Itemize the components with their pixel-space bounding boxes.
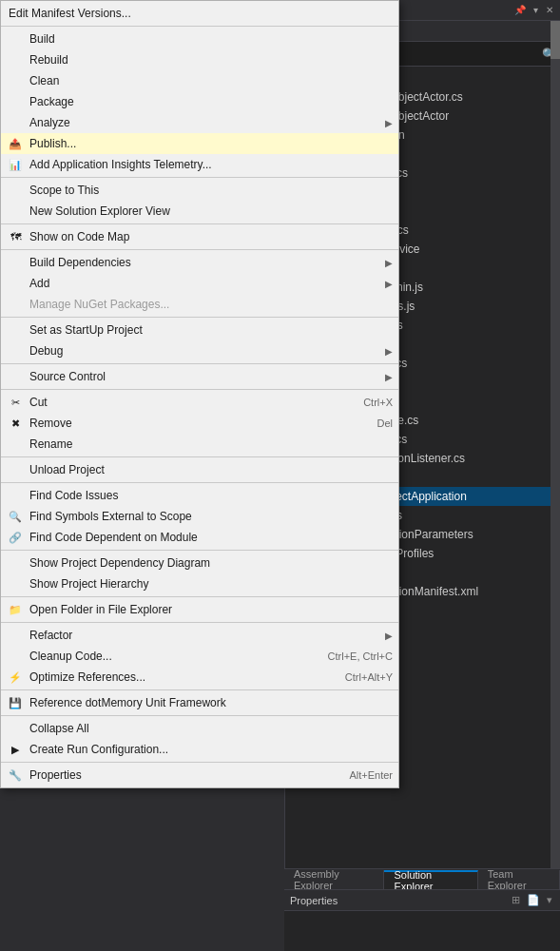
pin-icon[interactable]: 📌: [512, 4, 529, 16]
menu-sep-after-unload-project: [1, 482, 398, 483]
menu-item-edit-manifest[interactable]: Edit Manifest Versions...: [1, 3, 398, 24]
menu-label-open-folder: Open Folder in File Explorer: [29, 603, 172, 616]
submenu-arrow-debug: ▶: [376, 346, 393, 357]
menu-item-source-control[interactable]: Source Control▶: [1, 366, 398, 387]
menu-item-debug[interactable]: Debug▶: [1, 340, 398, 361]
find-dep-icon: 🔗: [7, 529, 24, 546]
menu-item-properties[interactable]: 🔧PropertiesAlt+Enter: [1, 765, 398, 786]
menu-item-cleanup-code[interactable]: Cleanup Code...Ctrl+E, Ctrl+C: [1, 646, 398, 667]
menu-item-collapse-all[interactable]: Collapse All: [1, 718, 398, 739]
folder-icon: 📁: [7, 601, 24, 618]
menu-item-clean[interactable]: Clean: [1, 70, 398, 91]
menu-sep-after-debug: [1, 363, 398, 364]
shortcut-properties: Alt+Enter: [320, 769, 393, 781]
menu-item-publish[interactable]: 📤Publish...: [1, 133, 398, 154]
menu-item-show-proj-dep-diagram[interactable]: Show Project Dependency Diagram: [1, 553, 398, 573]
menu-label-ref-dotmemory: Reference dotMemory Unit Framework: [29, 696, 226, 709]
menu-label-remove: Remove: [29, 417, 72, 430]
menu-item-cut[interactable]: ✂CutCtrl+X: [1, 392, 398, 413]
menu-item-optimize-refs[interactable]: ⚡Optimize References...Ctrl+Alt+Y: [1, 667, 398, 688]
menu-sep-after-create-run-config: [1, 762, 398, 763]
tab-assembly-explorer[interactable]: Assembly Explorer: [284, 870, 384, 889]
menu-label-build: Build: [29, 32, 55, 46]
menu-label-collapse-all: Collapse All: [29, 722, 89, 735]
sort-icon[interactable]: ⊞: [510, 893, 522, 907]
menu-item-ref-dotmemory[interactable]: 💾Reference dotMemory Unit Framework: [1, 692, 398, 713]
menu-label-refactor: Refactor: [29, 629, 72, 642]
menu-item-scope-to-this[interactable]: Scope to This: [1, 180, 398, 201]
close-icon[interactable]: ✕: [543, 4, 556, 16]
menu-item-rename[interactable]: Rename: [1, 434, 398, 455]
submenu-arrow-build-dependencies: ▶: [376, 258, 393, 268]
menu-sep-after-optimize-refs: [1, 689, 398, 690]
menu-label-cleanup-code: Cleanup Code...: [29, 650, 112, 663]
submenu-arrow-refactor: ▶: [376, 631, 393, 641]
menu-item-build[interactable]: Build: [1, 29, 398, 49]
menu-sep-after-show-proj-hierarchy: [1, 596, 398, 597]
menu-label-debug: Debug: [29, 344, 63, 358]
menu-separator-1: [1, 26, 398, 27]
page-icon[interactable]: 📄: [525, 893, 542, 907]
chevron-down-icon[interactable]: ▾: [531, 4, 541, 16]
submenu-arrow-add: ▶: [376, 279, 393, 289]
menu-item-find-code-issues[interactable]: Find Code Issues: [1, 485, 398, 506]
menu-item-add[interactable]: Add▶: [1, 273, 398, 294]
scrollbar-track[interactable]: [550, 21, 560, 868]
menu-item-refactor[interactable]: Refactor▶: [1, 625, 398, 646]
menu-label-show-code-map: Show on Code Map: [29, 230, 129, 243]
menu-item-show-code-map[interactable]: 🗺Show on Code Map: [1, 226, 398, 247]
tab-team-explorer[interactable]: Team Explorer: [478, 870, 560, 889]
menu-sep-after-add-insights: [1, 177, 398, 178]
menu-item-create-run-config[interactable]: ▶Create Run Configuration...: [1, 739, 398, 760]
shortcut-cut: Ctrl+X: [335, 397, 393, 408]
menu-label-build-dependencies: Build Dependencies: [29, 256, 131, 269]
shortcut-optimize-refs: Ctrl+Alt+Y: [317, 671, 393, 683]
menu-label-find-code-issues: Find Code Issues: [29, 489, 118, 502]
menu-item-remove[interactable]: ✖RemoveDel: [1, 413, 398, 434]
menu-sep-after-rename: [1, 456, 398, 457]
menu-item-open-folder[interactable]: 📁Open Folder in File Explorer: [1, 599, 398, 620]
menu-item-find-symbols[interactable]: 🔍Find Symbols External to Scope: [1, 506, 398, 527]
menu-item-add-insights[interactable]: 📊Add Application Insights Telemetry...: [1, 154, 398, 175]
menu-label-analyze: Analyze: [29, 116, 70, 129]
menu-label-add: Add: [29, 277, 49, 290]
menu-sep-after-show-code-map: [1, 249, 398, 250]
menu-item-new-solution-view[interactable]: New Solution Explorer View: [1, 201, 398, 222]
menu-label-manage-nuget: Manage NuGet Packages...: [29, 298, 169, 311]
menu-item-show-proj-hierarchy[interactable]: Show Project Hierarchy: [1, 573, 398, 594]
menu-label-scope-to-this: Scope to This: [29, 184, 99, 197]
menu-label-find-code-dependent: Find Code Dependent on Module: [29, 531, 198, 544]
properties-panel: Properties ⊞ 📄 ▾: [284, 889, 560, 951]
menu-label-add-insights: Add Application Insights Telemetry...: [29, 158, 212, 171]
menu-item-find-code-dependent[interactable]: 🔗Find Code Dependent on Module: [1, 527, 398, 548]
menu-label-publish: Publish...: [29, 137, 76, 150]
menu-label-show-proj-dep-diagram: Show Project Dependency Diagram: [29, 556, 210, 570]
menu-item-rebuild[interactable]: Rebuild: [1, 49, 398, 70]
menu-sep-after-ref-dotmemory: [1, 715, 398, 716]
filter-icon[interactable]: ▾: [545, 893, 554, 907]
properties-icon: 🔧: [7, 767, 24, 784]
menu-item-build-dependencies[interactable]: Build Dependencies▶: [1, 252, 398, 273]
submenu-arrow-source-control: ▶: [376, 372, 393, 382]
scrollbar-thumb[interactable]: [550, 21, 560, 59]
menu-item-unload-project[interactable]: Unload Project: [1, 459, 398, 480]
code-map-icon: 🗺: [7, 228, 24, 245]
insights-icon: 📊: [7, 156, 24, 173]
properties-header: Properties ⊞ 📄 ▾: [284, 890, 560, 911]
menu-label-properties: Properties: [29, 768, 82, 782]
menu-label-source-control: Source Control: [29, 370, 106, 383]
tab-solution-explorer[interactable]: Solution Explorer: [384, 870, 477, 889]
menu-item-set-startup[interactable]: Set as StartUp Project: [1, 320, 398, 340]
bottom-tabs: Assembly ExplorerSolution ExplorerTeam E…: [284, 868, 560, 889]
menu-label-clean: Clean: [29, 74, 59, 87]
submenu-arrow-analyze: ▶: [376, 118, 393, 128]
menu-item-analyze[interactable]: Analyze▶: [1, 112, 398, 133]
menu-item-package[interactable]: Package: [1, 91, 398, 112]
menu-label-unload-project: Unload Project: [29, 463, 105, 476]
properties-title: Properties: [290, 895, 338, 906]
menu-label-package: Package: [29, 95, 74, 108]
menu-label-rebuild: Rebuild: [29, 53, 68, 67]
cut-icon: ✂: [7, 394, 24, 411]
header-icons: 📌 ▾ ✕: [512, 4, 556, 16]
run-config-icon: ▶: [7, 741, 24, 758]
